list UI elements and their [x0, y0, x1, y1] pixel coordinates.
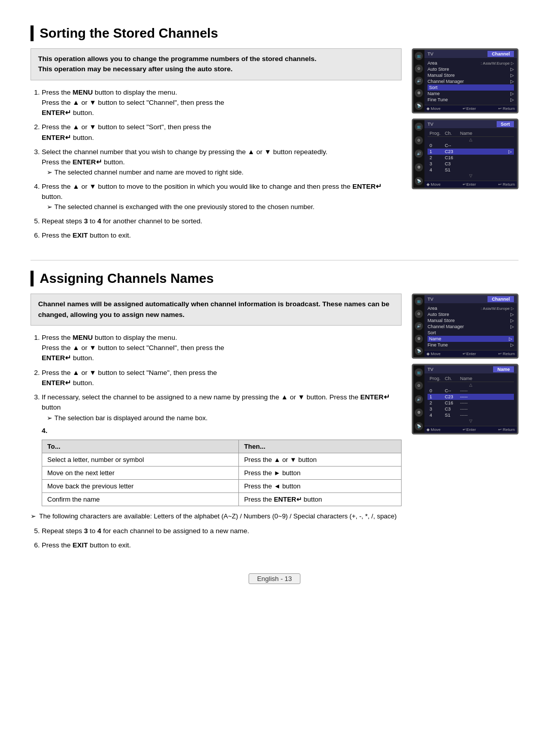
- s2-footer-enter2: ↵Enter: [463, 427, 476, 432]
- name-title: Name: [493, 366, 514, 372]
- s2-footer-move2: ◆ Move: [426, 427, 441, 432]
- tv-icon4: ⚙: [415, 89, 423, 97]
- bottom-note-text: The following characters are available: …: [39, 511, 396, 522]
- section1-screen2: 📺 ⊙ 🔊 ⚙ 📡 TV Sort Prog. Ch.: [412, 119, 518, 189]
- name-table-header: Prog. Ch. Name: [428, 375, 514, 382]
- section1-title: Sorting the Stored Channels: [30, 25, 518, 41]
- s2screen1-header: TV Channel: [424, 295, 517, 303]
- s2-tv-icon5: 📡: [415, 347, 423, 355]
- s2-tv-icon2-2: ⊙: [415, 382, 423, 390]
- footer-enter2: ↵Enter: [463, 182, 476, 187]
- s2screen1-content: Area: Asia/W.Europe ▷ Auto Store▷ Manual…: [424, 303, 517, 350]
- s2-menu-area: Area: Asia/W.Europe ▷: [428, 305, 514, 311]
- s2screen1-menu: TV Channel Area: Asia/W.Europe ▷ Auto St…: [424, 295, 517, 357]
- tv-icon5: 📡: [415, 102, 423, 110]
- table-row1-col1: Select a letter, number or symbol: [42, 453, 239, 467]
- name-arrow-up: △: [428, 382, 514, 388]
- section2-step6: Press the EXIT button to exit.: [42, 540, 402, 550]
- screen2-header: TV Sort: [424, 120, 517, 128]
- tv-label1: TV: [428, 51, 434, 56]
- screen1-icons: 📺 ⊙ 🔊 ⚙ 📡: [413, 50, 424, 112]
- tv-icon2-4: ⚙: [415, 163, 423, 171]
- note-text3: The selection bar is displayed around th…: [54, 413, 207, 423]
- footer-move1: ◆ Move: [426, 106, 441, 111]
- screen1-content: Area: Asia/W.Europe ▷ Auto Store▷ Manual…: [424, 58, 517, 105]
- footer-enter1: ↵Enter: [463, 106, 476, 111]
- section1-step3: Select the channel number that you wish …: [42, 147, 402, 178]
- bottom-note-arrow: ➢: [30, 511, 36, 522]
- table-col1-header: To...: [42, 440, 239, 453]
- section2-screen1: 📺 ⊙ 🔊 ⚙ 📡 TV Channel Area: Asia/W.Europe…: [412, 294, 518, 359]
- footer-return2: ↩ Return: [498, 182, 515, 187]
- menu-name: Name▷: [428, 91, 514, 97]
- s2-menu-manualstore: Manual Store▷: [428, 317, 514, 324]
- sort-arrow-up: △: [428, 137, 514, 142]
- tv-label2: TV: [428, 122, 434, 127]
- s2-menu-name-highlighted: Name▷: [428, 336, 514, 342]
- table-row3-col1: Move back the previous letter: [42, 480, 239, 493]
- s2screen2-icons: 📺 ⊙ 🔊 ⚙ 📡: [413, 365, 424, 433]
- s2-menu-finetune: Fine Tune▷: [428, 342, 514, 348]
- section2-step3-note: ➢ The selection bar is displayed around …: [47, 413, 402, 423]
- step4-container: 4. To... Then... Select a letter, number…: [42, 427, 402, 506]
- name-row2: 2C16-----: [428, 400, 514, 406]
- table-head: To... Then...: [42, 440, 402, 453]
- sort-table-header: Prog. Ch. Name: [428, 130, 514, 137]
- note-text2: The selected channel is exchanged with t…: [54, 202, 315, 212]
- s2screen2-header: TV Name: [424, 365, 517, 373]
- name-row1-highlighted: 1C23-----: [428, 394, 514, 400]
- section1-screen1: 📺 ⊙ 🔊 ⚙ 📡 TV Channel Area: Asia/W.Europe…: [412, 48, 518, 113]
- step4-label: 4.: [42, 427, 402, 434]
- section1-infobox: This operation allows you to change the …: [30, 48, 402, 80]
- table-row3-col2: Press the ◄ button: [239, 480, 402, 493]
- screen1-wrapper: 📺 ⊙ 🔊 ⚙ 📡 TV Channel Area: Asia/W.Europe…: [413, 50, 517, 112]
- s2-tv-icon1: 📺: [415, 297, 423, 305]
- table-row4-col1: Confirm the name: [42, 493, 239, 506]
- screen1-header: TV Channel: [424, 50, 517, 58]
- s2-tv-icon3: 🔊: [415, 322, 423, 330]
- section1-step1: Press the MENU button to display the men…: [42, 88, 402, 119]
- s2-menu-channelmanager: Channel Manager▷: [428, 324, 514, 330]
- menu-autostore: Auto Store▷: [428, 66, 514, 72]
- sort-row3: 3C3: [428, 161, 514, 167]
- menu-area: Area: Asia/W.Europe ▷: [428, 60, 514, 66]
- table-row2-col2: Press the ► button: [239, 467, 402, 480]
- screen2-table-area: TV Sort Prog. Ch. Name △ 0C--: [424, 120, 517, 188]
- section2-screen2: 📺 ⊙ 🔊 ⚙ 📡 TV Name Prog. Ch.: [412, 364, 518, 434]
- s2-tv-icon2-4: ⚙: [415, 409, 423, 417]
- s2screen1-wrapper: 📺 ⊙ 🔊 ⚙ 📡 TV Channel Area: Asia/W.Europe…: [413, 295, 517, 357]
- section1-text-col: This operation allows you to change the …: [30, 48, 402, 245]
- footer-return1: ↩ Return: [498, 106, 515, 111]
- sort-row1-highlighted: 1C23▷: [428, 149, 514, 155]
- section2-step5: Repeat steps 3 to 4 for each channel to …: [42, 526, 402, 536]
- name-arrow-down: ▽: [428, 418, 514, 424]
- name-row0: 0C-------: [428, 388, 514, 394]
- s2-tv-icon2-1: 📺: [415, 368, 423, 376]
- s2-footer-move1: ◆ Move: [426, 352, 441, 356]
- s2-channel-title: Channel: [487, 296, 514, 302]
- channel-title: Channel: [487, 51, 514, 57]
- s2-footer-return2: ↩ Return: [498, 427, 515, 432]
- screen2-footer: ◆ Move ↵Enter ↩ Return: [424, 181, 517, 188]
- s2-menu-autostore: Auto Store▷: [428, 311, 514, 317]
- col-name: Name: [460, 131, 512, 136]
- table-row2-col1: Move on the next letter: [42, 467, 239, 480]
- name-row4: 4S1-----: [428, 412, 514, 418]
- table-row2: Move on the next letter Press the ► butt…: [42, 467, 402, 480]
- n-col-name: Name: [460, 376, 512, 381]
- sort-row2: 2C16: [428, 155, 514, 161]
- table-row1: Select a letter, number or symbol Press …: [42, 453, 402, 467]
- table-row4: Confirm the name Press the ENTER↵ button: [42, 493, 402, 506]
- note-arrow-icon: ➢: [47, 167, 52, 178]
- footer-move2: ◆ Move: [426, 182, 441, 187]
- tv-icon3: 🔊: [415, 77, 423, 85]
- s2screen1-icons: 📺 ⊙ 🔊 ⚙ 📡: [413, 295, 424, 357]
- section2-text-col: Channel names will be assigned automatic…: [30, 294, 402, 555]
- menu-manualstore: Manual Store▷: [428, 72, 514, 78]
- table-row1-col2: Press the ▲ or ▼ button: [239, 453, 402, 467]
- bottom-note: ➢ The following characters are available…: [30, 511, 402, 522]
- section2-content: Channel names will be assigned automatic…: [30, 294, 518, 555]
- menu-channelmanager: Channel Manager▷: [428, 78, 514, 84]
- tv-icon2-3: 🔊: [415, 150, 423, 158]
- table-row4-col2: Press the ENTER↵ button: [239, 493, 402, 506]
